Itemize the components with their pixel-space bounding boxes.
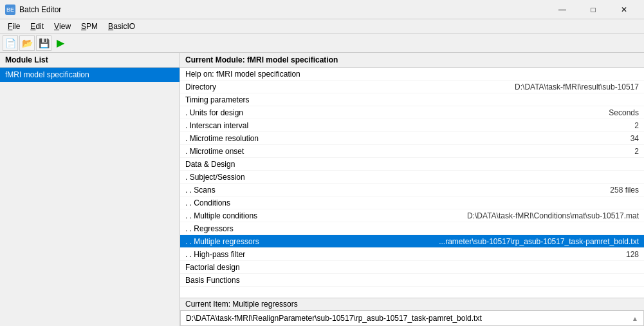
- open-button[interactable]: 📂: [19, 35, 35, 51]
- scroll-indicator-icon: ▲: [632, 315, 638, 322]
- row-interscan-label: . Interscan interval: [185, 121, 634, 130]
- row-units-label: . Units for design: [185, 108, 609, 117]
- row-scans-value: 258 files: [610, 186, 639, 195]
- row-highpass-label: . . High-pass filter: [185, 250, 626, 259]
- row-conditions-label: . . Conditions: [185, 198, 639, 207]
- row-highpass[interactable]: . . High-pass filter 128: [180, 248, 644, 261]
- new-button[interactable]: 📄: [3, 35, 18, 51]
- row-directory-label: Directory: [185, 82, 515, 91]
- current-module-header: Current Module: fMRI model specification: [180, 53, 644, 68]
- row-units-value: Seconds: [609, 108, 639, 117]
- row-highpass-value: 128: [626, 250, 639, 259]
- row-conditions[interactable]: . . Conditions: [180, 197, 644, 209]
- menu-edit[interactable]: Edit: [25, 19, 49, 33]
- row-subject-session-label: . Subject/Session: [185, 173, 639, 182]
- module-list-panel: Module List fMRI model specification: [0, 53, 180, 326]
- menu-bar: File Edit View SPM BasicIO: [0, 19, 644, 34]
- right-panel: Current Module: fMRI model specification…: [180, 53, 644, 326]
- row-timing-label: Timing parameters: [185, 95, 639, 104]
- bottom-panel: Current Item: Multiple regressors D:\DAT…: [180, 298, 644, 326]
- row-basis-label: Basis Functions: [185, 276, 639, 285]
- run-button[interactable]: ▶: [53, 35, 68, 51]
- row-microtime-onset-value: 2: [634, 147, 639, 156]
- row-factorial[interactable]: Factorial design: [180, 261, 644, 274]
- current-item-label: Current Item: Multiple regressors: [185, 300, 298, 309]
- menu-basicio[interactable]: BasicIO: [103, 19, 140, 33]
- module-list-body[interactable]: fMRI model specification: [0, 68, 179, 326]
- row-interscan-value: 2: [634, 121, 639, 130]
- title-bar-text: Batch Editor: [19, 5, 547, 14]
- row-help[interactable]: Help on: fMRI model specification: [180, 68, 644, 81]
- current-item-path: D:\DATA\task-fMRI\RealignParameter\sub-1…: [186, 314, 482, 323]
- row-multiple-conditions-value: D:\DATA\task-fMRI\Conditions\mat\sub-105…: [467, 211, 639, 220]
- row-directory-value: D:\DATA\task-fMRI\result\sub-10517: [515, 82, 639, 91]
- module-content[interactable]: Help on: fMRI model specification Direct…: [180, 68, 644, 298]
- row-regressors[interactable]: . . Regressors: [180, 222, 644, 235]
- row-scans[interactable]: . . Scans 258 files: [180, 184, 644, 197]
- toolbar: 📄 📂 💾 ▶: [0, 34, 644, 53]
- row-data-design-label: Data & Design: [185, 160, 639, 169]
- row-directory[interactable]: Directory D:\DATA\task-fMRI\result\sub-1…: [180, 81, 644, 93]
- current-item-value-bar: D:\DATA\task-fMRI\RealignParameter\sub-1…: [180, 311, 644, 326]
- main-content: Module List fMRI model specification Cur…: [0, 53, 644, 326]
- menu-file[interactable]: File: [3, 19, 25, 33]
- row-multiple-regressors-label: . . Multiple regressors: [185, 237, 439, 246]
- menu-spm[interactable]: SPM: [76, 19, 103, 33]
- row-basis[interactable]: Basis Functions: [180, 274, 644, 287]
- row-regressors-label: . . Regressors: [185, 224, 639, 233]
- row-microtime-onset[interactable]: . Microtime onset 2: [180, 145, 644, 158]
- module-list-header: Module List: [0, 53, 179, 68]
- row-microtime-res[interactable]: . Microtime resolution 34: [180, 132, 644, 145]
- row-interscan[interactable]: . Interscan interval 2: [180, 119, 644, 132]
- app-icon: BE: [5, 5, 15, 15]
- row-microtime-res-value: 34: [630, 134, 639, 143]
- row-multiple-conditions-label: . . Multiple conditions: [185, 211, 467, 220]
- row-multiple-regressors[interactable]: . . Multiple regressors ...rameter\sub-1…: [180, 235, 644, 248]
- row-multiple-regressors-value: ...rameter\sub-10517\rp_asub-10517_task-…: [439, 237, 639, 246]
- title-bar: BE Batch Editor — □ ✕: [0, 0, 644, 19]
- row-subject-session[interactable]: . Subject/Session: [180, 171, 644, 184]
- title-bar-controls: — □ ✕: [547, 0, 639, 19]
- row-timing[interactable]: Timing parameters: [180, 93, 644, 106]
- row-help-label: Help on: fMRI model specification: [185, 70, 639, 79]
- row-multiple-conditions[interactable]: . . Multiple conditions D:\DATA\task-fMR…: [180, 209, 644, 222]
- row-microtime-onset-label: . Microtime onset: [185, 147, 634, 156]
- maximize-button[interactable]: □: [578, 0, 608, 19]
- current-item-bar: Current Item: Multiple regressors: [180, 298, 644, 311]
- save-button[interactable]: 💾: [36, 35, 51, 51]
- row-data-design[interactable]: Data & Design: [180, 158, 644, 171]
- row-factorial-label: Factorial design: [185, 263, 639, 272]
- module-list-item-fmri[interactable]: fMRI model specification: [0, 68, 179, 82]
- menu-view[interactable]: View: [49, 19, 76, 33]
- row-microtime-res-label: . Microtime resolution: [185, 134, 630, 143]
- row-units[interactable]: . Units for design Seconds: [180, 106, 644, 119]
- minimize-button[interactable]: —: [547, 0, 577, 19]
- row-scans-label: . . Scans: [185, 186, 610, 195]
- close-button[interactable]: ✕: [609, 0, 639, 19]
